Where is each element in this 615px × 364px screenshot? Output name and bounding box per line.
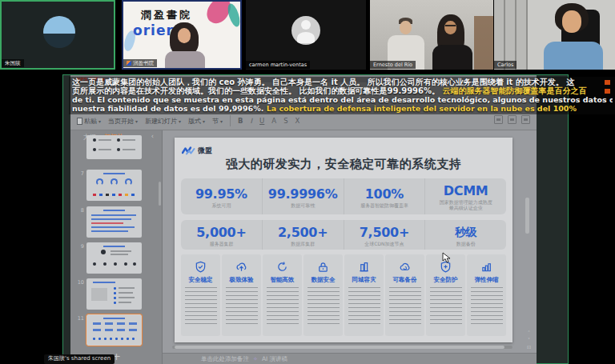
participant-tile-2[interactable]: 潤盈書院 oriente 润盈书院 [122,0,242,70]
feature-description-lines [267,287,299,326]
participant-tile-3[interactable]: carmen martin-ventas [246,0,366,70]
slide-thumbnail[interactable]: 9 [70,242,163,274]
chevron-down-icon: ▾ [98,118,101,124]
person-silhouette [445,25,456,26]
slide-canvas: 微盟 强大的研发实力，安全稳定可靠的系统支持 99.95% 系统可用 99.99… [163,130,537,364]
slide-thumbnail[interactable]: 10 [70,278,163,310]
person-silhouette [562,10,581,33]
strikethrough-button[interactable]: S [283,117,287,125]
paste-button[interactable]: 粘贴▾ [77,117,101,126]
person-silhouette [165,51,205,70]
feature-card: 智能高效 [263,254,302,336]
smart-sync-icon [276,261,288,273]
stat-server-cluster: 5,000+ 服务器集群 [181,220,262,250]
cloud-upload-icon [235,261,247,273]
caption-line-es-2: nuestra fiabilidad de datos es del 99,99… [72,104,613,113]
participant-name: Carlos [494,61,517,69]
ai-speech-button[interactable]: AI 演讲稿 [262,355,287,363]
previous-slide-icon[interactable]: ˄ [527,330,531,334]
participant-name: 润盈书院 [123,59,157,67]
underline-button[interactable]: U [259,117,264,125]
feature-card: 安全防护 [426,254,465,336]
toolbar-divider [230,115,231,126]
participant-name: Ernesto del Río [370,61,416,69]
ai-sparkle-icon: ✧ [253,356,258,362]
caption-line-zh-2: 页所展示的内容是在技术开发的领域。我们的一些数据安全性。 比如我们的数据可靠性是… [72,86,613,95]
person-silhouette [400,21,412,34]
italic-button[interactable]: I [251,117,253,125]
new-slide-button[interactable]: 新建幻灯片▾ [145,117,181,126]
chevron-down-icon: ▾ [203,118,205,124]
fit-view-icon[interactable]: ⊡ [527,345,531,349]
slide-nav-controls[interactable]: ˄ ˅ ⊡ [527,330,531,349]
shield-check-icon [195,261,207,273]
caption-line-es-1: de ti. El contenido que se muestra en es… [72,95,613,104]
feature-description-lines [348,287,380,326]
panel-scrollbar[interactable] [159,182,161,206]
horizontal-scrollbar[interactable] [172,346,512,349]
picture-button[interactable] [521,115,530,124]
shapes-button[interactable] [508,115,517,124]
font-color-button[interactable]: A [271,117,276,125]
from-current-slide-button[interactable]: 当页开始▾ [108,117,138,126]
chevron-down-icon: ▾ [179,118,181,124]
stat-defense-coverage: 100% 服务器智能防御覆盖率 [344,178,425,214]
weimob-logo: 微盟 [182,146,212,156]
stat-database-cluster: 2,500+ 数据库集群 [262,220,344,250]
feature-card: 数据安全 [303,254,343,336]
participant-tile-5[interactable]: Carlos [494,0,615,70]
participant-tile-4[interactable]: Ernesto del Río [370,0,493,70]
stats-row-2: 5,000+ 服务器集群 2,500+ 数据库集群 7,500+ 全球CDN加速… [181,220,506,250]
slide-thumbnail[interactable]: 8 [70,206,163,238]
feature-description-lines [185,287,217,326]
live-caption-overlay: 这一页是威蒙集团的创始人团队，我们的 ceo 孙涛勇。 自己本身是一名 it 人… [69,77,615,114]
participant-name: carmen martin-ventas [246,61,310,69]
current-slide: 微盟 强大的研发实力，安全稳定可靠的系统支持 99.95% 系统可用 99.99… [175,138,512,342]
next-slide-icon[interactable]: ˅ [527,338,531,342]
weimob-logo-icon [182,146,195,155]
participant-tile-1[interactable]: 朱国牍 [0,0,115,70]
slide-thumbnail[interactable] [70,135,163,159]
feature-cards: 安全稳定 极致体验 智能高效 [181,254,506,336]
feature-card: 弹性伸缩 [467,254,506,336]
superscript-button[interactable]: X [295,117,300,125]
slide-panel: 大纲 幻灯片 ‹ 7 [70,130,163,364]
stat-system-availability: 99.95% 系统可用 [181,178,262,214]
feature-description-lines [308,287,340,326]
caption-highlight: 云端的服务器智能防御覆盖率是百分之百 [443,86,587,95]
shared-screen-label: 朱国牍's shared screen [44,354,115,364]
city-buildings-icon [358,261,370,273]
person-silhouette [544,42,603,70]
cloud-backup-icon [399,261,411,273]
elastic-scale-icon [480,261,492,273]
wps-presentation-window: WPS Office 粘贴▾ 当页开始▾ 新建幻灯片▾ 版式▾ 节▾ B I U [70,75,537,364]
feature-description-lines [389,287,421,326]
vertical-scrollbar[interactable] [525,134,529,343]
caption-marker-icon [605,80,610,85]
bold-button[interactable]: B [238,117,243,125]
chevron-down-icon: ▾ [135,118,138,124]
leaf-decoration [226,2,242,28]
avatar [43,16,75,48]
org-logo-icon [127,61,131,66]
caption-line-zh-1: 这一页是威蒙集团的创始人团队，我们的 ceo 孙涛勇。 自己本身是一名 it 人… [72,78,613,86]
person-silhouette [432,45,472,70]
chevron-down-icon: ▾ [220,118,223,124]
avatar-placeholder-icon [291,16,320,45]
stat-dcmm: DCMM 国家数据管理能力成熟度 最高级认证企业 [424,178,506,214]
stat-backup-speed: 秒级 数据备份 [424,220,506,250]
caption-marker-icon [605,89,610,94]
feature-description-lines [471,287,503,326]
stat-cdn-nodes: 7,500+ 全球CDN加速节点 [344,220,425,250]
slide-thumbnail[interactable]: 7 [70,170,163,201]
slide-thumbnail-current[interactable]: 11 [70,314,163,346]
notes-placeholder[interactable]: 单击此处添加备注 [201,355,249,363]
feature-description-lines [226,287,258,326]
notes-bar[interactable]: 单击此处添加备注 ✧ AI 演讲稿 [163,353,537,364]
feature-card: 极致体验 [222,254,261,336]
stats-row-1: 99.95% 系统可用 99.9996% 数据可靠性 100% 服务器智能防御覆… [181,178,506,214]
layout-button[interactable]: 版式▾ [188,117,205,126]
person-silhouette [444,21,456,34]
text-box-button[interactable] [494,115,503,124]
section-button[interactable]: 节▾ [212,117,223,126]
